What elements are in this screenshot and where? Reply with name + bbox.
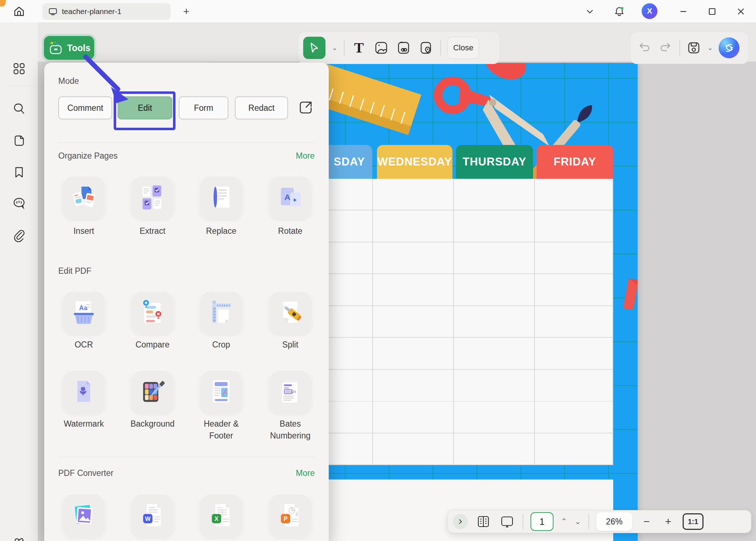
- zoom-level-input[interactable]: 26%: [596, 512, 632, 531]
- split-tool-label: Split: [256, 339, 324, 351]
- select-tool-button[interactable]: [303, 37, 325, 59]
- ppt-convert-icon: P: [276, 501, 304, 529]
- statusbar-divider: [588, 514, 589, 529]
- left-sidebar: [0, 22, 38, 541]
- rotate-tool-tile[interactable]: A: [268, 175, 313, 219]
- pages-panel-button[interactable]: [11, 132, 27, 149]
- pdf-to-word-tile[interactable]: W: [130, 493, 175, 537]
- tools-button[interactable]: Tools: [44, 36, 94, 60]
- compare-tool-tile[interactable]: [130, 290, 175, 335]
- rotate-icon: A: [276, 183, 304, 211]
- mode-redact-button[interactable]: Redact: [235, 96, 288, 119]
- chevron-down-icon: [586, 7, 594, 16]
- day-tab-label: THURSDAY: [463, 155, 526, 168]
- zoom-level-value: 26%: [606, 517, 623, 527]
- search-panel-button[interactable]: [11, 101, 27, 117]
- notifications-button[interactable]: [611, 4, 627, 19]
- save-icon: [687, 41, 701, 55]
- background-tool-tile[interactable]: [130, 369, 175, 414]
- presentation-icon: [500, 515, 514, 528]
- add-link-button[interactable]: [396, 40, 411, 56]
- maximize-button[interactable]: [704, 4, 720, 19]
- edit-toolbar-group: ⌄ T Close: [298, 32, 500, 64]
- presentation-mode-button[interactable]: [499, 513, 515, 530]
- undo-button[interactable]: [636, 40, 652, 56]
- comment-bubble-icon: [12, 197, 26, 210]
- mode-comment-button[interactable]: Comment: [58, 96, 112, 119]
- toolbar-divider: [440, 40, 441, 55]
- pdf-to-ppt-tile[interactable]: P: [268, 493, 313, 537]
- day-tab-wednesday: WEDNESDAY: [377, 145, 452, 179]
- add-image-button[interactable]: [373, 40, 389, 56]
- close-button-label: Close: [453, 43, 473, 53]
- tabs-expand-button[interactable]: [582, 4, 598, 19]
- ocr-icon: Aa: [70, 298, 98, 326]
- paperclip-icon: [13, 229, 26, 242]
- background-tool-label: Background: [118, 418, 187, 430]
- extract-tool-label: Extract: [118, 225, 187, 237]
- insert-icon: [70, 183, 98, 211]
- panel-divider: [58, 142, 315, 143]
- close-icon: [737, 7, 745, 16]
- extract-tool-tile[interactable]: [130, 175, 175, 219]
- header-footer-tool-tile[interactable]: [199, 369, 243, 414]
- svg-text:A: A: [284, 192, 290, 202]
- split-tool-tile[interactable]: [268, 290, 313, 335]
- avatar-initial: X: [647, 6, 652, 16]
- undo-icon: [638, 42, 651, 54]
- maximize-icon: [708, 8, 716, 15]
- history-save-group: ⌄: [630, 32, 749, 64]
- pdf-to-image-tile[interactable]: [62, 493, 106, 537]
- previous-page-button[interactable]: ⌃: [561, 517, 567, 526]
- bates-numbering-tool-tile[interactable]: 000123: [268, 369, 313, 414]
- collapse-statusbar-button[interactable]: [453, 514, 468, 529]
- new-tab-button[interactable]: +: [179, 4, 193, 19]
- add-location-button[interactable]: [418, 40, 434, 56]
- statusbar-divider: [523, 514, 523, 529]
- watermark-icon: [70, 377, 98, 405]
- bookmarks-panel-button[interactable]: [11, 164, 27, 181]
- minimize-button[interactable]: [675, 4, 691, 19]
- bates-numbering-icon: 000123: [276, 377, 304, 405]
- insert-tool-tile[interactable]: [62, 175, 106, 219]
- pdf-to-excel-tile[interactable]: X: [199, 493, 243, 537]
- page-layout-button[interactable]: [475, 513, 492, 530]
- page-number-input[interactable]: 1: [530, 512, 554, 531]
- add-text-button[interactable]: T: [351, 40, 367, 56]
- svg-text:P: P: [284, 515, 288, 522]
- user-avatar[interactable]: X: [642, 3, 657, 19]
- ocr-tool-tile[interactable]: Aa: [62, 290, 106, 335]
- close-window-button[interactable]: [733, 4, 749, 19]
- day-tab-label: FRIDAY: [554, 155, 596, 168]
- thumbnails-panel-button[interactable]: [11, 60, 27, 77]
- crop-tool-tile[interactable]: [199, 290, 243, 335]
- mode-form-button[interactable]: Form: [179, 96, 228, 119]
- toolbar-divider: [344, 40, 345, 55]
- select-tool-chevron[interactable]: ⌄: [332, 44, 337, 52]
- home-button[interactable]: [12, 4, 27, 19]
- svg-text:Aa: Aa: [79, 304, 88, 312]
- close-edit-mode-button[interactable]: Close: [447, 37, 479, 59]
- replace-tool-tile[interactable]: [199, 175, 243, 219]
- watermark-tool-tile[interactable]: [62, 369, 106, 414]
- insert-tool-label: Insert: [50, 225, 118, 237]
- ai-assistant-button[interactable]: [719, 37, 739, 58]
- save-options-chevron[interactable]: ⌄: [707, 44, 713, 52]
- zoom-out-button[interactable]: −: [639, 515, 654, 528]
- compare-icon: [138, 298, 167, 326]
- zoom-in-button[interactable]: +: [661, 515, 675, 528]
- attachments-panel-button[interactable]: [11, 227, 27, 244]
- search-icon: [13, 103, 26, 115]
- actual-size-button[interactable]: 1:1: [683, 513, 703, 530]
- save-button[interactable]: [686, 40, 702, 56]
- toolbox-icon: [48, 41, 64, 55]
- comments-panel-button[interactable]: [11, 195, 27, 212]
- organize-pages-more-link[interactable]: More: [296, 151, 315, 161]
- theme-swatch-button[interactable]: [11, 535, 27, 541]
- open-mode-external-button[interactable]: [298, 100, 313, 117]
- document-tab[interactable]: teacher-planner-1: [42, 3, 170, 20]
- next-page-button[interactable]: ⌄: [574, 517, 581, 526]
- redo-button[interactable]: [658, 40, 674, 56]
- pdf-converter-more-link[interactable]: More: [296, 468, 315, 478]
- day-tab-thursday: THURSDAY: [456, 145, 533, 179]
